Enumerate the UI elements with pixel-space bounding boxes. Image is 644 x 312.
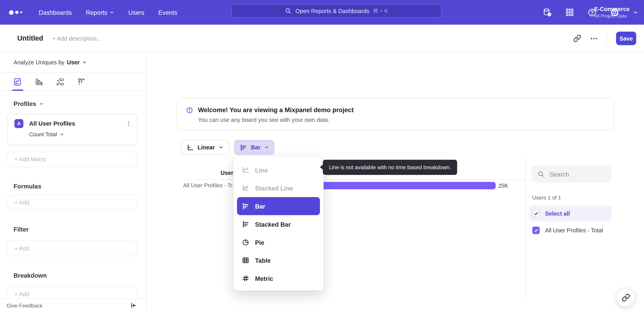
chart-type-dropdown[interactable]: Bar [234, 140, 274, 155]
banner-title: Welcome! You are viewing a Mixpanel demo… [198, 106, 354, 114]
nav-reports[interactable]: Reports [86, 9, 114, 16]
project-name: E-Commerce [594, 6, 630, 13]
add-formula-button[interactable]: + Add [8, 195, 137, 210]
add-filter-button[interactable]: + Add [8, 240, 137, 256]
sidebar-footer: Give Feedback [0, 298, 146, 312]
pie-chart-icon [242, 238, 250, 246]
legend-panel-divider [525, 157, 526, 302]
chevron-down-icon [264, 145, 269, 150]
chevron-down-icon [633, 10, 638, 15]
linear-axis-icon [186, 144, 194, 151]
bar-chart-icon [240, 144, 247, 152]
select-all-checkbox[interactable] [532, 210, 540, 217]
project-switcher[interactable]: E-Commerce All Project Data [594, 0, 638, 25]
select-all-row[interactable]: Select all [529, 206, 612, 221]
copy-link-icon[interactable] [574, 34, 581, 42]
data-management-icon[interactable] [542, 8, 552, 17]
header-divider [606, 32, 607, 45]
kebab-menu-icon[interactable] [125, 120, 132, 127]
tab-insights[interactable] [13, 77, 22, 86]
profiles-section-header[interactable]: Profiles [0, 100, 146, 107]
chart-type-menu: Line Stacked Line Bar [233, 156, 324, 291]
active-tab-indicator [12, 89, 24, 91]
demo-project-banner: Welcome! You are viewing a Mixpanel demo… [176, 98, 614, 130]
stacked-bar-chart-icon [242, 220, 250, 228]
chevron-down-icon [82, 60, 87, 65]
info-icon [186, 107, 193, 114]
series-label: All User Profiles - Total [545, 227, 603, 234]
legend-item-row[interactable]: All User Profiles - Total [532, 227, 603, 234]
menu-item-bar[interactable]: Bar [237, 197, 320, 215]
menu-item-line[interactable]: Line [234, 161, 323, 179]
metric-card[interactable]: A All User Profiles Count Total [8, 114, 137, 145]
collapse-sidebar-icon[interactable] [130, 302, 137, 309]
menu-item-stacked-line[interactable]: Stacked Line [234, 179, 323, 197]
menu-item-stacked-bar[interactable]: Stacked Bar [234, 215, 323, 233]
banner-subtitle: You can use any board you see with your … [198, 117, 330, 123]
report-title[interactable]: Untitled [17, 34, 43, 42]
search-icon [285, 8, 292, 14]
nav-dashboards[interactable]: Dashboards [38, 9, 72, 16]
give-feedback-link[interactable]: Give Feedback [6, 302, 42, 309]
menu-item-pie[interactable]: Pie [234, 233, 323, 251]
search-icon [537, 170, 544, 178]
link-icon [622, 294, 630, 302]
share-link-fab[interactable] [616, 288, 635, 307]
apps-grid-icon[interactable] [565, 8, 574, 17]
tab-flows[interactable] [56, 77, 65, 86]
nav-events[interactable]: Events [158, 9, 177, 16]
select-all-label: Select all [545, 210, 570, 217]
series-checkbox[interactable] [532, 227, 540, 234]
add-description-field[interactable]: + Add description... [52, 35, 102, 42]
analyze-entity-dropdown[interactable]: User [67, 59, 80, 66]
project-scope: All Project Data [594, 13, 630, 19]
table-icon [242, 256, 250, 264]
search-shortcut: ⌘ + K [373, 8, 388, 14]
metric-name[interactable]: All User Profiles [29, 120, 125, 127]
line-chart-icon [242, 166, 250, 174]
analyze-uniques-row: Analyze Uniques by User [0, 52, 146, 72]
report-header: Untitled + Add description... Save [0, 25, 644, 53]
formulas-section-header: Formulas [0, 183, 41, 190]
report-canvas: Welcome! You are viewing a Mixpanel demo… [146, 52, 644, 312]
report-type-tabs [0, 72, 146, 91]
legend-count-label: Users 1 of 1 [532, 195, 561, 201]
nav-users[interactable]: Users [128, 9, 144, 16]
chevron-down-icon [60, 132, 64, 137]
filter-section-header: Filter [0, 226, 29, 233]
breakdown-section-header: Breakdown [0, 272, 47, 279]
chart-bar-value: 25K [498, 183, 508, 189]
query-builder-sidebar: Analyze Uniques by User [0, 52, 146, 312]
chevron-down-icon [39, 101, 44, 106]
search-placeholder: Open Reports & Dashboards [296, 8, 369, 14]
hash-metric-icon [242, 274, 250, 282]
tab-funnels[interactable] [34, 77, 44, 86]
bar-chart-icon [242, 202, 250, 210]
primary-nav: Dashboards Reports Users Events [38, 9, 177, 16]
add-metric-button[interactable]: + Add Metric [8, 152, 137, 167]
metric-badge: A [14, 119, 24, 128]
stacked-line-chart-icon [242, 184, 250, 192]
chevron-down-icon [218, 145, 224, 150]
analyze-prefix-label: Analyze Uniques by [14, 59, 64, 66]
metric-aggregation-dropdown[interactable]: Count Total [8, 128, 137, 143]
global-search-input[interactable]: Open Reports & Dashboards ⌘ + K [231, 4, 442, 18]
tab-retention[interactable] [77, 77, 86, 86]
top-navigation-bar: Dashboards Reports Users Events Open Rep… [0, 0, 644, 25]
save-button[interactable]: Save [616, 32, 636, 45]
more-options-icon[interactable] [590, 35, 598, 42]
menu-item-metric[interactable]: Metric [234, 270, 323, 288]
disabled-option-tooltip: Line is not available with no time based… [323, 160, 457, 175]
chart-row-label: All User Profiles - Total [183, 182, 232, 188]
mixpanel-insights-report: Dashboards Reports Users Events Open Rep… [0, 0, 644, 312]
time-interval-dropdown[interactable]: Linear [181, 140, 229, 155]
chevron-down-icon [110, 10, 114, 14]
mixpanel-logo-icon[interactable] [9, 10, 28, 14]
menu-item-table[interactable]: Table [234, 251, 323, 270]
